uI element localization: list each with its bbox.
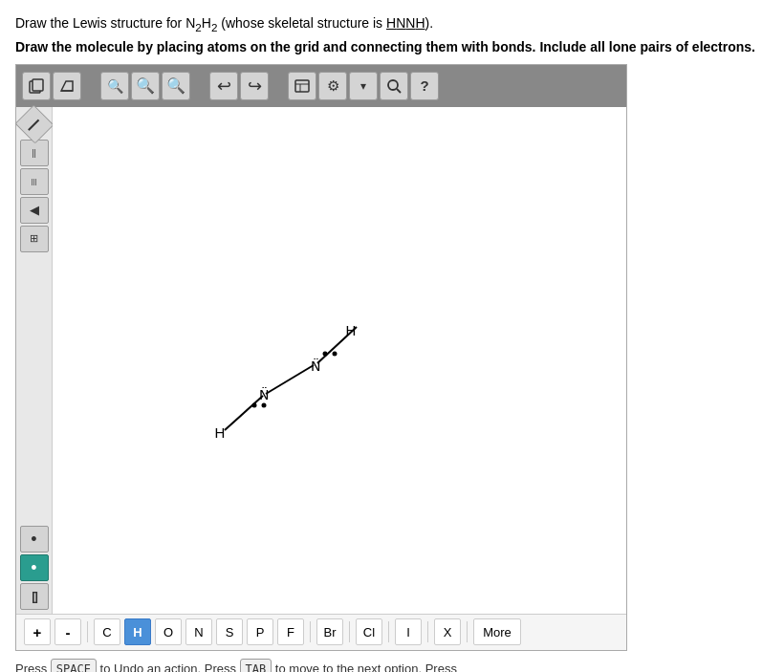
- svg-point-14: [252, 402, 257, 407]
- footer-line1: Press SPACE to Undo an action. Press TAB…: [15, 659, 769, 672]
- svg-point-15: [262, 402, 267, 407]
- help-icon: ?: [420, 77, 428, 94]
- svg-rect-4: [295, 80, 309, 92]
- redo-icon: ↪: [248, 76, 262, 97]
- top-toolbar: 🔍 🔍 🔍 ↩ ↪: [16, 65, 626, 107]
- atom-X-label: X: [444, 625, 452, 639]
- svg-point-12: [323, 351, 328, 356]
- atom-H2: H: [215, 424, 226, 441]
- separator-6: [467, 621, 468, 642]
- triple-bond-icon: |||: [31, 177, 36, 185]
- search-icon: [386, 78, 402, 94]
- minus-icon: -: [66, 624, 71, 640]
- help-button[interactable]: ?: [410, 72, 439, 100]
- atom-I-label: I: [406, 625, 410, 639]
- atom-C-button[interactable]: C: [94, 618, 120, 645]
- undo-icon: ↩: [217, 76, 231, 97]
- single-bond-button[interactable]: |: [14, 104, 54, 143]
- zoom-in-icon: 🔍: [107, 78, 123, 94]
- toolbar-group-file: [22, 72, 81, 100]
- atom-H1: H: [346, 322, 357, 338]
- bracket-icon: []: [32, 589, 36, 603]
- editor-body: | || ||| ◀ ⊞ • • []: [16, 107, 626, 614]
- toolbar-group-history: ↩ ↪: [209, 72, 269, 100]
- atom-H-label: H: [133, 625, 142, 639]
- atom-N-label: N: [194, 625, 203, 639]
- redo-button[interactable]: ↪: [240, 72, 269, 100]
- add-button[interactable]: +: [24, 618, 51, 645]
- molecule-editor: 🔍 🔍 🔍 ↩ ↪: [15, 64, 627, 651]
- instruction-line2: Draw the molecule by placing atoms on th…: [15, 39, 769, 54]
- svg-rect-1: [33, 79, 43, 91]
- lone-pair-active-icon: •: [31, 559, 36, 576]
- zoom-out-button[interactable]: 🔍: [162, 72, 190, 100]
- molecule-svg: H N̈ N̈ H: [53, 107, 626, 614]
- atom-O-label: O: [163, 625, 173, 639]
- atom-S-label: S: [226, 625, 234, 639]
- svg-line-8: [397, 89, 401, 93]
- svg-line-10: [266, 365, 314, 394]
- plus-icon: +: [33, 624, 42, 640]
- undo-button[interactable]: ↩: [209, 72, 238, 100]
- settings-icon: ⚙: [327, 77, 339, 95]
- search-button[interactable]: [380, 72, 408, 100]
- eraser-icon: [58, 77, 76, 95]
- eraser-button[interactable]: [53, 72, 81, 100]
- zoom-fit-button[interactable]: 🔍: [131, 72, 160, 100]
- svg-point-13: [333, 351, 338, 356]
- svg-point-7: [388, 80, 398, 90]
- svg-line-11: [225, 396, 263, 430]
- lone-pair-icon: •: [31, 531, 36, 548]
- canvas-area[interactable]: H N̈ N̈ H: [53, 107, 626, 614]
- separator-4: [388, 621, 389, 642]
- atom-N2: N̈: [259, 387, 269, 402]
- template-icon: [294, 77, 311, 95]
- atom-O-button[interactable]: O: [155, 618, 182, 645]
- instruction-line1: Draw the Lewis structure for N2H2 (whose…: [15, 15, 769, 33]
- separator-2: [310, 621, 311, 642]
- dropdown-icon: ▾: [360, 79, 366, 93]
- atom-Cl-button[interactable]: Cl: [356, 618, 382, 645]
- atom-N1: N̈: [311, 358, 320, 374]
- atom-F-label: F: [287, 625, 294, 639]
- toolbar-group-tools: ⚙ ▾ ?: [288, 72, 439, 100]
- atom-P-label: P: [256, 625, 265, 639]
- atom-S-button[interactable]: S: [216, 618, 243, 645]
- template-button[interactable]: [288, 72, 316, 100]
- atom-F-button[interactable]: F: [277, 618, 304, 645]
- arrow-button[interactable]: ◀: [20, 197, 49, 224]
- atom-H-button[interactable]: H: [124, 618, 151, 645]
- atom-P-button[interactable]: P: [247, 618, 273, 645]
- atom-Br-label: Br: [324, 625, 337, 639]
- copy-button[interactable]: [22, 72, 51, 100]
- arrow-icon: ◀: [30, 203, 39, 217]
- tab-key: TAB: [240, 659, 272, 672]
- zoom-in-button[interactable]: 🔍: [100, 72, 129, 100]
- space-key: SPACE: [51, 659, 97, 672]
- settings-button[interactable]: ⚙: [318, 72, 347, 100]
- atom-X-button[interactable]: X: [434, 618, 461, 645]
- charge-button[interactable]: ⊞: [20, 226, 49, 252]
- separator-3: [349, 621, 350, 642]
- atom-Cl-label: Cl: [363, 625, 375, 639]
- more-button[interactable]: More: [473, 618, 521, 645]
- lone-pair-active-button[interactable]: •: [20, 554, 49, 581]
- separator-1: [87, 621, 88, 642]
- atom-I-button[interactable]: I: [395, 618, 422, 645]
- double-bond-icon: ||: [32, 148, 36, 158]
- single-bond-icon: |: [27, 117, 42, 132]
- dropdown-button[interactable]: ▾: [349, 72, 378, 100]
- zoom-fit-icon: 🔍: [136, 76, 155, 95]
- toolbar-group-zoom: 🔍 🔍 🔍: [100, 72, 190, 100]
- lone-pair-button[interactable]: •: [20, 526, 49, 553]
- svg-marker-2: [61, 81, 73, 91]
- atom-Br-button[interactable]: Br: [316, 618, 343, 645]
- left-toolbar: | || ||| ◀ ⊞ • • []: [16, 107, 53, 614]
- triple-bond-button[interactable]: |||: [20, 168, 49, 195]
- bottom-toolbar: + - C H O N S P F Br Cl: [16, 614, 626, 650]
- bracket-button[interactable]: []: [20, 583, 49, 610]
- copy-icon: [28, 77, 45, 95]
- atom-N-button[interactable]: N: [185, 618, 212, 645]
- minus-button[interactable]: -: [54, 618, 81, 645]
- zoom-out-icon: 🔍: [166, 76, 185, 95]
